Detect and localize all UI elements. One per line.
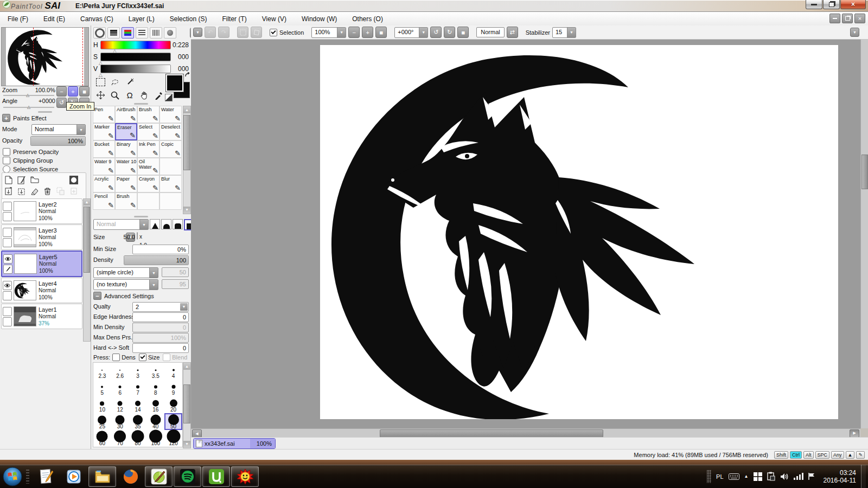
- advanced-settings-header[interactable]: − Advanced Settings: [93, 292, 154, 300]
- restore-button[interactable]: [823, 0, 840, 9]
- zoom-reset-button[interactable]: ■: [79, 86, 90, 97]
- taskbar-smiley-app[interactable]: [231, 466, 259, 487]
- brush-texture-select[interactable]: (no texture) ▼: [93, 279, 158, 290]
- brush-size-cell[interactable]: 100: [146, 430, 164, 447]
- zoom-slider[interactable]: △: [3, 95, 54, 96]
- move-tool[interactable]: [93, 89, 107, 101]
- volume-icon[interactable]: [780, 473, 789, 480]
- press-checkbox[interactable]: [163, 354, 170, 361]
- canvas-zoom-out-button[interactable]: −: [348, 27, 360, 38]
- menu-item[interactable]: File (F): [0, 12, 36, 25]
- clipping-group-checkbox[interactable]: [3, 157, 10, 164]
- stabilizer-select[interactable]: 15 ▼: [552, 27, 576, 38]
- canvas[interactable]: [320, 45, 838, 419]
- layer-row[interactable]: Layer1Normal37%: [1, 304, 82, 329]
- pen-tilt-button[interactable]: ▲: [846, 451, 855, 459]
- brush-texture-strength[interactable]: 95: [162, 279, 189, 289]
- scrollbar-thumb[interactable]: [84, 207, 90, 273]
- clock[interactable]: 03:24 2016-04-11: [824, 469, 857, 484]
- brush-size-cell[interactable]: 2.6: [111, 363, 129, 380]
- close-button[interactable]: ×: [840, 0, 866, 9]
- setting-value-box[interactable]: 0 ▼: [132, 343, 189, 353]
- taskbar-firefox[interactable]: [117, 467, 144, 486]
- swatches-grid-icon[interactable]: [150, 27, 162, 38]
- transfer-down-button[interactable]: [4, 187, 13, 196]
- selection-visibility-checkbox[interactable]: [270, 29, 277, 36]
- tool-cell[interactable]: Water 9 ✎: [93, 158, 115, 175]
- preserve-opacity-checkbox[interactable]: [3, 148, 10, 156]
- tool-cell[interactable]: Brush ✎: [137, 106, 159, 123]
- layer-row[interactable]: Layer3Normal100%: [1, 224, 82, 250]
- tool-cell[interactable]: Pen ✎: [93, 106, 115, 123]
- brush-edge-dome-button[interactable]: [161, 219, 171, 229]
- new-layer-button[interactable]: [4, 175, 13, 184]
- modifier-key-button[interactable]: SPC: [815, 451, 830, 459]
- menu-item[interactable]: Selection (S): [162, 12, 215, 25]
- canvas-rotate-cw-button[interactable]: ↻: [444, 27, 455, 38]
- paste-selection-button[interactable]: [69, 187, 78, 196]
- brush-blend-mode-select[interactable]: Normal ▼: [93, 219, 149, 230]
- tool-cell[interactable]: Eraser ✎: [115, 123, 137, 140]
- setting-value-box[interactable]: 0 ▼: [132, 323, 189, 332]
- scrollbar-thumb[interactable]: [380, 429, 603, 438]
- brush-size-cell[interactable]: 120: [164, 430, 182, 447]
- keyboard-icon[interactable]: [729, 473, 739, 480]
- mixed-sliders-icon[interactable]: [136, 27, 148, 38]
- gradient-swatch[interactable]: [165, 94, 173, 101]
- layer-edit-checkbox[interactable]: [3, 291, 12, 300]
- new-folder-button[interactable]: [30, 175, 39, 184]
- brush-size-cell[interactable]: 6: [111, 380, 129, 396]
- value-slider[interactable]: [100, 65, 171, 73]
- tool-cell[interactable]: Water ✎: [159, 106, 182, 123]
- brush-size-cell[interactable]: 25: [93, 413, 111, 430]
- layer-edit-checkbox[interactable]: [3, 212, 12, 221]
- tool-cell[interactable]: Binary ✎: [115, 140, 137, 158]
- eyedropper-tool[interactable]: [152, 89, 166, 101]
- foreground-color-swatch[interactable]: [166, 74, 183, 92]
- tray-handle[interactable]: [707, 470, 711, 483]
- clipboard-icon[interactable]: [767, 472, 775, 481]
- scroll-down-icon[interactable]: ▲: [183, 207, 190, 214]
- tool-cell[interactable]: Select ✎: [137, 123, 159, 140]
- selection-source-radio[interactable]: [3, 165, 10, 173]
- brush-size-cell[interactable]: 3.5: [146, 363, 164, 380]
- tool-cell[interactable]: Water 10 ✎: [115, 158, 137, 175]
- angle-slider-marker[interactable]: △: [27, 105, 30, 110]
- layer-visibility-checkbox[interactable]: [3, 254, 12, 264]
- press-option[interactable]: Dens: [112, 354, 136, 361]
- brush-size-cell[interactable]: 50: [164, 413, 182, 430]
- view-mode-button[interactable]: Normal: [476, 27, 504, 37]
- brush-size-cell[interactable]: 70: [111, 430, 129, 447]
- gray-sliders-icon[interactable]: [107, 27, 120, 38]
- scroll-down-icon[interactable]: ▲: [183, 441, 190, 448]
- pen-edit-button[interactable]: ✎: [856, 451, 865, 459]
- hue-slider[interactable]: [100, 41, 171, 49]
- start-button[interactable]: [2, 466, 23, 487]
- mdi-close-button[interactable]: ×: [854, 14, 865, 23]
- navigator[interactable]: [1, 27, 89, 86]
- hand-tool[interactable]: [137, 89, 151, 101]
- layer-edit-checkbox[interactable]: [3, 238, 12, 247]
- lasso-tool[interactable]: [108, 76, 122, 88]
- new-vector-layer-button[interactable]: [17, 175, 26, 184]
- size-slider[interactable]: x 1.0 50.0: [137, 232, 138, 240]
- clipping-group-option[interactable]: Clipping Group: [3, 157, 53, 164]
- transform-selection-button[interactable]: [237, 27, 248, 38]
- clear-layer-button[interactable]: [30, 187, 39, 196]
- brush-size-cell[interactable]: 20: [164, 396, 182, 413]
- scroll-right-icon[interactable]: ◀: [850, 429, 859, 438]
- brush-size-cell[interactable]: 10: [93, 396, 111, 413]
- layer-row[interactable]: Layer2Normal100%: [1, 198, 82, 224]
- brush-size-cell[interactable]: 14: [129, 396, 147, 413]
- press-option[interactable]: Size: [139, 354, 159, 361]
- scrollbar-thumb[interactable]: [861, 155, 868, 189]
- setting-value-box[interactable]: 100% ▼: [132, 333, 189, 343]
- scrollbar-thumb[interactable]: [183, 384, 190, 423]
- tool-cell[interactable]: Crayon ✎: [137, 175, 159, 192]
- canvas-zoom-reset-button[interactable]: ■: [375, 27, 387, 38]
- setting-value-box[interactable]: 0 ▼: [132, 312, 189, 322]
- panel-collapse-handle[interactable]: [134, 216, 148, 217]
- layer-row[interactable]: Layer4Normal100%: [1, 278, 82, 303]
- setting-value-box[interactable]: 2 ▼: [132, 302, 189, 312]
- angle-slider[interactable]: △: [3, 107, 54, 108]
